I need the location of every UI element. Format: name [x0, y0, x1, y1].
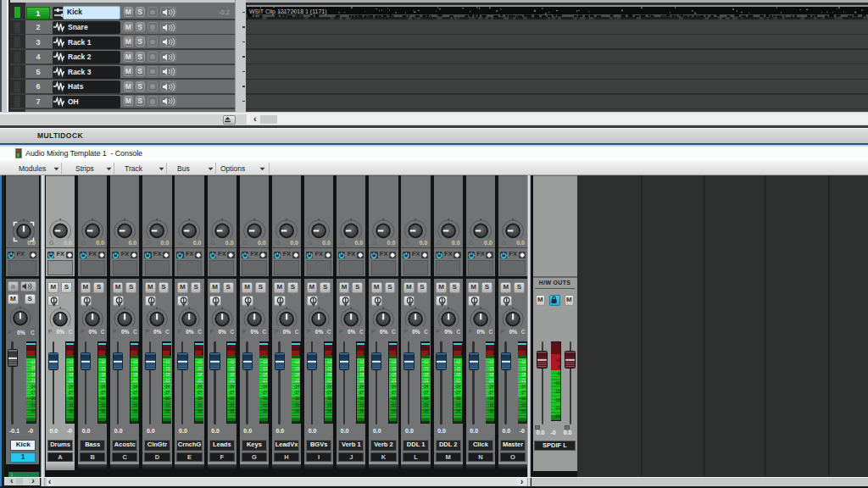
svg-text:-6: -6 — [556, 365, 560, 369]
svg-text:-18: -18 — [67, 373, 73, 377]
svg-text:-24: -24 — [132, 385, 138, 389]
svg-text:-18: -18 — [100, 373, 106, 377]
svg-text:-21: -21 — [132, 379, 138, 383]
svg-text:-33: -33 — [100, 403, 106, 408]
svg-text:-21: -21 — [293, 379, 299, 383]
svg-text:-30: -30 — [423, 396, 429, 401]
svg-text:-24: -24 — [359, 385, 364, 389]
svg-text:-15: -15 — [359, 367, 364, 371]
svg-text:-27: -27 — [30, 391, 36, 395]
svg-text:-33: -33 — [359, 403, 364, 408]
svg-text:-27: -27 — [261, 391, 267, 395]
svg-text:-12: -12 — [520, 360, 526, 364]
svg-text:-15: -15 — [293, 367, 299, 371]
svg-text:-24: -24 — [100, 385, 106, 389]
svg-text:-15: -15 — [164, 367, 170, 371]
svg-text:-12: -12 — [554, 381, 559, 385]
svg-text:-21: -21 — [423, 379, 429, 383]
svg-text:-24: -24 — [261, 385, 267, 389]
svg-text:-12: -12 — [30, 360, 36, 364]
svg-text:-15: -15 — [197, 367, 203, 371]
svg-text:-33: -33 — [261, 403, 267, 408]
svg-text:-36: -36 — [423, 409, 429, 413]
svg-text:-12: -12 — [132, 360, 138, 364]
svg-text:-18: -18 — [132, 373, 138, 377]
svg-text:-24: -24 — [487, 385, 493, 389]
svg-text:-21: -21 — [487, 379, 493, 383]
svg-text:-21: -21 — [455, 379, 461, 383]
svg-text:-12: -12 — [487, 360, 493, 364]
svg-text:-24: -24 — [197, 385, 203, 389]
svg-text:-33: -33 — [487, 403, 493, 408]
svg-text:-36: -36 — [359, 409, 364, 413]
svg-text:-30: -30 — [326, 396, 332, 401]
svg-text:-27: -27 — [67, 391, 73, 395]
svg-text:-21: -21 — [30, 379, 36, 383]
svg-text:-30: -30 — [359, 396, 364, 401]
svg-text:-15: -15 — [423, 367, 429, 371]
svg-text:-21: -21 — [359, 379, 364, 383]
svg-text:-33: -33 — [197, 403, 203, 408]
svg-text:-18: -18 — [487, 373, 493, 377]
svg-text:-18: -18 — [520, 373, 526, 377]
svg-text:-33: -33 — [326, 403, 332, 408]
svg-text:-12: -12 — [164, 360, 170, 364]
svg-text:-15: -15 — [455, 367, 461, 371]
svg-text:-15: -15 — [30, 367, 36, 371]
svg-text:-12: -12 — [391, 360, 397, 364]
svg-text:-21: -21 — [164, 379, 170, 383]
svg-text:-27: -27 — [455, 391, 461, 395]
svg-text:-18: -18 — [197, 373, 203, 377]
svg-text:-18: -18 — [293, 373, 299, 377]
svg-text:-27: -27 — [132, 391, 138, 395]
svg-text:-15: -15 — [67, 367, 73, 371]
svg-text:-36: -36 — [487, 409, 493, 413]
svg-text:-12: -12 — [197, 360, 203, 364]
svg-text:-27: -27 — [391, 391, 397, 395]
svg-text:-18: -18 — [423, 373, 429, 377]
svg-text:-12: -12 — [67, 360, 73, 364]
svg-text:-18: -18 — [455, 373, 461, 377]
svg-text:-27: -27 — [164, 391, 170, 395]
svg-text:-24: -24 — [554, 414, 559, 419]
svg-text:-24: -24 — [391, 385, 397, 389]
svg-text:-24: -24 — [229, 385, 235, 389]
svg-text:-21: -21 — [326, 379, 332, 383]
svg-text:-33: -33 — [132, 403, 138, 408]
svg-text:-27: -27 — [100, 391, 106, 395]
svg-text:-12: -12 — [293, 360, 299, 364]
svg-text:-27: -27 — [359, 391, 364, 395]
svg-text:-21: -21 — [554, 406, 559, 410]
svg-text:-30: -30 — [164, 396, 170, 401]
svg-text:-36: -36 — [520, 409, 526, 413]
svg-text:-33: -33 — [423, 403, 429, 408]
svg-text:-18: -18 — [261, 373, 267, 377]
svg-text:-30: -30 — [520, 396, 526, 401]
svg-text:-27: -27 — [326, 391, 332, 395]
svg-text:-15: -15 — [487, 367, 493, 371]
svg-text:-30: -30 — [455, 396, 461, 401]
svg-text:-18: -18 — [326, 373, 332, 377]
svg-text:-30: -30 — [67, 396, 73, 401]
svg-text:-15: -15 — [229, 367, 235, 371]
svg-text:-18: -18 — [554, 398, 559, 402]
svg-text:-12: -12 — [229, 360, 235, 364]
svg-text:-27: -27 — [520, 391, 526, 395]
svg-text:-33: -33 — [164, 403, 170, 408]
svg-text:-27: -27 — [423, 391, 429, 395]
svg-text:-33: -33 — [520, 403, 526, 408]
svg-text:-30: -30 — [261, 396, 267, 401]
svg-text:-33: -33 — [229, 403, 235, 408]
svg-text:-27: -27 — [197, 391, 203, 395]
svg-text:-36: -36 — [391, 409, 397, 413]
svg-text:-33: -33 — [455, 403, 461, 408]
svg-text:-24: -24 — [293, 385, 299, 389]
svg-text:-24: -24 — [520, 385, 526, 389]
svg-text:-24: -24 — [455, 385, 461, 389]
svg-text:-27: -27 — [487, 391, 493, 395]
svg-text:-27: -27 — [293, 391, 299, 395]
svg-text:-12: -12 — [359, 360, 364, 364]
svg-text:-18: -18 — [391, 373, 397, 377]
svg-text:-36: -36 — [197, 409, 203, 413]
svg-text:-24: -24 — [326, 385, 332, 389]
